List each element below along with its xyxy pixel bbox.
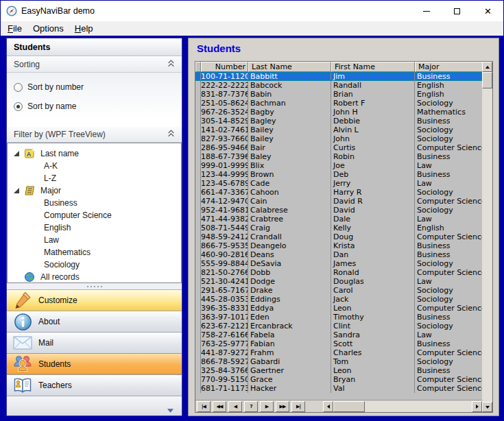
cell[interactable]: Bachman: [248, 99, 331, 108]
row-header[interactable]: [195, 259, 201, 268]
row-header[interactable]: [195, 304, 201, 313]
navbar-button-customize[interactable]: Customize: [7, 289, 182, 311]
table-row[interactable]: 952-41-9681CalabreseDavidSociology: [195, 206, 482, 215]
table-row[interactable]: 681-71-1173HackerValComputer Science: [195, 384, 482, 393]
cell[interactable]: Law: [415, 330, 482, 339]
cell[interactable]: Crandall: [248, 232, 331, 241]
column-header-number[interactable]: Number: [201, 62, 248, 72]
cell[interactable]: Business: [415, 339, 482, 348]
table-row[interactable]: 758-27-6166FabelaSandraLaw: [195, 330, 482, 339]
row-header[interactable]: [195, 286, 201, 295]
tree-item-computer-science[interactable]: Computer Science: [9, 209, 180, 221]
table-row[interactable]: 866-78-5927GabardiTomSociology: [195, 357, 482, 366]
row-header[interactable]: [195, 81, 201, 90]
horizontal-scrollbar[interactable]: [323, 401, 482, 412]
cell[interactable]: John H: [331, 108, 415, 117]
cell[interactable]: Debbie: [331, 117, 415, 125]
row-header[interactable]: [195, 330, 201, 339]
row-header[interactable]: [195, 90, 201, 99]
cell[interactable]: Robert F: [331, 99, 415, 108]
cell[interactable]: Cain: [248, 197, 331, 206]
cell[interactable]: 474-12-9470: [201, 197, 248, 206]
cell[interactable]: Babbitt: [248, 72, 331, 81]
cell[interactable]: Val: [331, 384, 415, 393]
splitter-grip[interactable]: [7, 283, 182, 289]
menu-help[interactable]: Help: [69, 21, 99, 35]
cell[interactable]: 555-99-8844: [201, 259, 248, 268]
row-header[interactable]: [195, 348, 201, 357]
row-header[interactable]: [195, 224, 201, 232]
row-header[interactable]: [195, 72, 201, 81]
table-row[interactable]: 661-47-3367CahoonHarry RSociology: [195, 188, 482, 197]
table-row[interactable]: 325-84-3766GaertnerLeonBusiness: [195, 366, 482, 375]
cell[interactable]: Law: [415, 277, 482, 286]
maximize-button[interactable]: [442, 1, 472, 21]
tree-item-a-k[interactable]: A-K: [9, 160, 180, 172]
cell[interactable]: Leon: [331, 366, 415, 375]
row-header[interactable]: [195, 179, 201, 188]
cell[interactable]: Bair: [248, 143, 331, 152]
cell[interactable]: Deans: [248, 250, 331, 259]
tree-item-l-z[interactable]: L-Z: [9, 172, 180, 184]
cell[interactable]: 291-65-7167: [201, 286, 248, 295]
cell[interactable]: Eddya: [248, 304, 331, 313]
cell[interactable]: Law: [415, 161, 482, 170]
row-header[interactable]: [195, 206, 201, 215]
row-header[interactable]: [195, 241, 201, 250]
menu-options[interactable]: Options: [27, 21, 69, 35]
scroll-down-button[interactable]: [482, 402, 492, 412]
cell[interactable]: 521-30-4241: [201, 277, 248, 286]
cell[interactable]: Grace: [248, 375, 331, 384]
cell[interactable]: James: [331, 259, 415, 268]
cell[interactable]: 222-22-2222: [201, 81, 248, 90]
cell[interactable]: Alvin L: [331, 125, 415, 134]
cell[interactable]: 681-71-1173: [201, 384, 248, 393]
table-row[interactable]: 441-87-9272FrahmCharlesComputer Science: [195, 348, 482, 357]
cell[interactable]: Computer Science: [415, 375, 482, 384]
cell[interactable]: Sociology: [415, 295, 482, 304]
tree-item-last-name[interactable]: ALast name: [9, 147, 180, 160]
cell[interactable]: Dale: [331, 215, 415, 224]
cell[interactable]: 123-45-6789: [201, 179, 248, 188]
cell[interactable]: Business: [415, 152, 482, 161]
cell[interactable]: Doug: [331, 232, 415, 241]
column-header-first-name[interactable]: First Name: [331, 62, 415, 72]
table-row[interactable]: 251-05-8624BachmanRobert FSociology: [195, 99, 482, 108]
row-header[interactable]: [195, 268, 201, 277]
cell[interactable]: Eddings: [248, 295, 331, 304]
table-row[interactable]: 999-01-9999BlixJoeLaw: [195, 161, 482, 170]
tree-item-major[interactable]: Major: [9, 184, 180, 197]
navbar-button-about[interactable]: About: [7, 311, 182, 332]
cell[interactable]: Cade: [248, 179, 331, 188]
table-row[interactable]: 471-44-9382CrabtreeDaleLaw: [195, 215, 482, 224]
cell[interactable]: Babcock: [248, 81, 331, 90]
cell[interactable]: Sociology: [415, 99, 482, 108]
cell[interactable]: Dodge: [248, 277, 331, 286]
row-header[interactable]: [195, 277, 201, 286]
column-header-last-name[interactable]: Last Name: [248, 62, 331, 72]
navigator-fast-rewind-button[interactable]: ◀◀: [213, 401, 226, 412]
row-header[interactable]: [195, 161, 201, 170]
cell[interactable]: Computer Science: [415, 268, 482, 277]
cell[interactable]: Crabtree: [248, 215, 331, 224]
cell[interactable]: Deb: [331, 170, 415, 179]
cell[interactable]: Sociology: [415, 322, 482, 330]
cell[interactable]: Tom: [331, 357, 415, 366]
table-row[interactable]: 623-67-2121ErcanbrackClintSociology: [195, 322, 482, 330]
cell[interactable]: Bailey: [248, 134, 331, 143]
navbar-button-students[interactable]: Students: [7, 353, 182, 374]
cell[interactable]: Scott: [331, 339, 415, 348]
table-row[interactable]: 286-95-9466BairCurtisComputer Science: [195, 143, 482, 152]
sorting-group-header[interactable]: Sorting: [7, 56, 182, 73]
cell[interactable]: Krista: [331, 241, 415, 250]
cell[interactable]: 123-44-9999: [201, 170, 248, 179]
tree-item-english[interactable]: English: [9, 221, 180, 234]
cell[interactable]: 948-59-2412: [201, 232, 248, 241]
tree-expander-icon[interactable]: [14, 188, 19, 193]
cell[interactable]: 999-01-9999: [201, 161, 248, 170]
table-row[interactable]: 141-02-7461BaileyAlvin LSociology: [195, 125, 482, 134]
cell[interactable]: 967-26-3524: [201, 108, 248, 117]
cell[interactable]: Computer Science: [415, 143, 482, 152]
minimize-button[interactable]: [411, 1, 442, 21]
table-row[interactable]: 866-75-9535DeangeloKristaBusiness: [195, 241, 482, 250]
